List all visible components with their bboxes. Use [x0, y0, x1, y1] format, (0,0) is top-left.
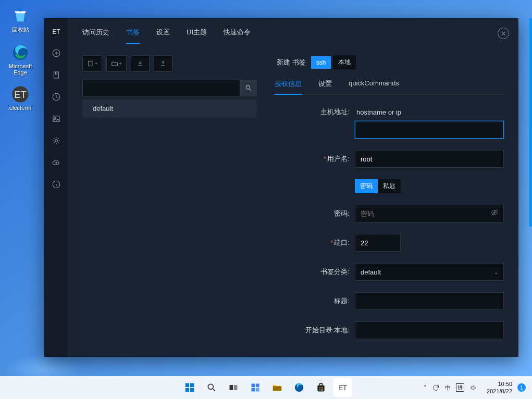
svg-point-9 — [55, 140, 57, 142]
desktop-icons: 回收站 Microsoft Edge ET electerm — [8, 6, 33, 111]
cloud-icon[interactable] — [51, 157, 61, 168]
clock[interactable]: 10:50 2021/8/22 — [487, 380, 512, 395]
subtab-auth[interactable]: 授权信息 — [275, 79, 302, 95]
svg-point-12 — [246, 85, 250, 89]
subtab-quick[interactable]: quickCommands — [349, 79, 399, 95]
explorer-icon[interactable] — [268, 378, 287, 397]
bookmark-list-panel: + + default — [82, 55, 257, 346]
startdir-input[interactable] — [355, 321, 504, 339]
password-label: 密码: — [271, 209, 355, 218]
svg-text:ET: ET — [14, 89, 27, 100]
auth-key-tab[interactable]: 私匙 — [378, 179, 401, 193]
search-icon[interactable] — [202, 378, 221, 397]
icon-label: 回收站 — [12, 26, 29, 34]
settings-icon[interactable] — [51, 135, 61, 146]
window-edge — [529, 18, 532, 227]
user-input[interactable] — [355, 150, 504, 168]
svg-rect-24 — [255, 388, 259, 392]
segment-local[interactable]: 本地 — [333, 55, 356, 69]
ime-lang[interactable]: 中 — [445, 384, 451, 392]
svg-text:ET: ET — [52, 28, 60, 35]
svg-point-18 — [208, 384, 213, 389]
host-hint: hostname or ip — [356, 108, 401, 116]
chevron-up-icon[interactable]: ˄ — [424, 384, 427, 391]
bookmark-icon[interactable] — [51, 70, 61, 80]
bookmark-form-panel: 新建 书签 ssh 本地 授权信息 设置 quickCommands 主机地址:… — [271, 55, 504, 346]
auth-password-tab[interactable]: 密码 — [355, 179, 378, 193]
edge-taskbar-icon[interactable] — [290, 378, 308, 397]
svg-rect-14 — [185, 383, 189, 387]
host-input[interactable] — [355, 121, 504, 139]
svg-rect-21 — [251, 384, 255, 388]
app-logo-icon[interactable]: ET — [51, 26, 61, 36]
history-icon[interactable] — [51, 92, 61, 102]
info-icon[interactable] — [51, 179, 61, 190]
new-bookmark-label: 新建 书签 — [277, 58, 306, 67]
ime-spell[interactable]: 拼 — [456, 383, 464, 392]
host-label: 主机地址: — [271, 107, 355, 117]
store-icon[interactable] — [312, 378, 330, 397]
svg-rect-11 — [89, 61, 92, 66]
search-button[interactable] — [240, 80, 257, 96]
import-button[interactable] — [131, 55, 150, 72]
svg-text:ET: ET — [339, 384, 347, 392]
tab-bookmarks[interactable]: 书签 — [126, 28, 140, 44]
search-input[interactable] — [82, 80, 240, 96]
recycle-bin-icon[interactable]: 回收站 — [8, 6, 33, 34]
svg-rect-29 — [319, 389, 320, 391]
icon-label: Microsoft Edge — [8, 63, 33, 76]
electerm-window: ET ✕ 访问历史 书签 设置 UI主题 快速命令 + + — [44, 18, 518, 357]
chevron-down-icon: ⌄ — [494, 269, 498, 275]
category-label: 书签分类: — [271, 267, 355, 277]
category-select[interactable]: default ⌄ — [355, 263, 504, 281]
widgets-icon[interactable] — [246, 378, 265, 397]
password-input[interactable] — [355, 205, 504, 222]
segment-ssh[interactable]: ssh — [311, 56, 331, 69]
tab-history[interactable]: 访问历史 — [82, 28, 109, 44]
port-input[interactable] — [355, 234, 401, 252]
close-button[interactable]: ✕ — [498, 28, 509, 39]
notification-badge[interactable]: 1 — [517, 383, 526, 392]
title-label: 标题: — [271, 296, 355, 306]
svg-rect-7 — [53, 116, 59, 122]
tab-quick[interactable]: 快速命令 — [224, 28, 251, 44]
svg-rect-22 — [255, 384, 259, 388]
tab-settings[interactable]: 设置 — [156, 28, 170, 44]
svg-rect-26 — [317, 385, 324, 392]
svg-rect-20 — [233, 385, 237, 390]
bookmark-item-default[interactable]: default — [82, 99, 257, 118]
main-tabs: 访问历史 书签 设置 UI主题 快速命令 — [68, 18, 518, 45]
svg-rect-5 — [54, 72, 58, 78]
image-icon[interactable] — [51, 114, 61, 124]
svg-rect-30 — [321, 389, 323, 391]
svg-rect-16 — [185, 388, 189, 392]
electerm-icon[interactable]: ET electerm — [8, 85, 33, 111]
start-button[interactable] — [180, 378, 199, 397]
electerm-taskbar-icon[interactable]: ET — [333, 378, 352, 397]
new-tab-icon[interactable] — [51, 48, 61, 58]
svg-rect-19 — [229, 385, 233, 390]
new-bookmark-button[interactable]: + — [82, 55, 102, 72]
export-button[interactable] — [154, 55, 172, 72]
eye-icon[interactable] — [490, 208, 499, 219]
tab-theme[interactable]: UI主题 — [187, 28, 207, 44]
subtab-settings[interactable]: 设置 — [318, 79, 332, 95]
svg-rect-17 — [190, 388, 193, 392]
port-label: *端口: — [271, 238, 355, 247]
svg-rect-27 — [319, 387, 320, 389]
app-sidebar: ET — [44, 18, 68, 357]
startdir-label: 开始目录:本地: — [271, 326, 355, 335]
system-tray[interactable]: ˄ 中 拼 — [424, 383, 477, 392]
svg-rect-15 — [190, 383, 193, 387]
icon-label: electerm — [9, 105, 31, 111]
svg-rect-23 — [251, 388, 255, 392]
title-input[interactable] — [355, 292, 504, 310]
svg-rect-28 — [321, 387, 323, 389]
taskview-icon[interactable] — [224, 378, 243, 397]
edge-icon[interactable]: Microsoft Edge — [8, 43, 33, 76]
taskbar: ET ˄ 中 拼 10:50 2021/8/22 1 — [0, 376, 532, 399]
user-label: *用户名: — [271, 154, 355, 164]
new-folder-button[interactable]: + — [106, 55, 126, 72]
volume-icon[interactable] — [469, 384, 477, 392]
sync-icon[interactable] — [432, 384, 440, 392]
